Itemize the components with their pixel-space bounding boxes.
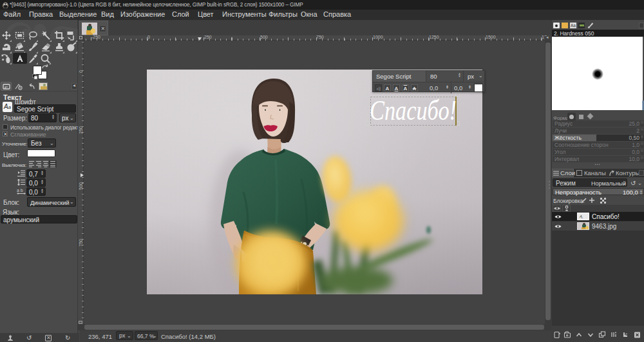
svg-text:a b: a b <box>17 188 23 193</box>
